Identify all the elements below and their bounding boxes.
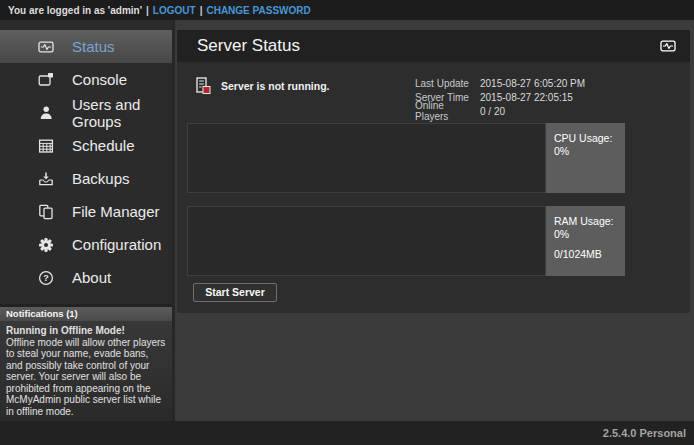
status-graph-icon[interactable] [659,38,677,54]
sidebar-item-schedule[interactable]: Schedule [0,129,172,162]
change-password-link[interactable]: CHANGE PASSWORD [206,5,310,16]
users-icon [36,104,56,121]
sidebar-item-backups[interactable]: Backups [0,162,172,195]
sidebar-item-console[interactable]: Console [0,63,172,96]
notifications-header: Notifications (1) [0,307,172,321]
notification-text: Offline mode will allow other players to… [6,337,166,418]
logged-in-text: You are logged in as 'admin' [8,5,142,16]
status-icon [36,38,56,55]
cpu-usage-label: CPU Usage: [554,132,621,145]
server-status-message: Server is not running. [221,80,330,92]
console-icon [36,71,56,88]
svg-text:?: ? [43,273,49,283]
ram-usage-label-box: RAM Usage: 0% 0/1024MB [546,206,625,276]
card-header: Server Status [177,30,690,62]
ram-usage-detail: 0/1024MB [554,248,621,261]
sidebar-item-label: File Manager [72,203,160,220]
footer-bar: 2.5.4.0 Personal [0,421,694,445]
separator: | [200,5,203,16]
sidebar-item-label: Status [72,38,115,55]
cpu-usage-row: CPU Usage: 0% [187,123,625,193]
sidebar-item-label: About [72,269,111,286]
ram-usage-label: RAM Usage: [554,215,621,228]
notification-title: Running in Offline Mode! [6,325,166,337]
server-status-row: Server is not running. [195,76,330,96]
server-status-card: Server Status Server is not running. Las… [177,30,690,313]
sidebar-item-status[interactable]: Status [0,30,172,63]
info-value: 2015-08-27 6:05:20 PM [480,78,585,89]
sidebar: Status Console Users and Groups Schedule [0,20,175,421]
server-stopped-icon [195,76,212,96]
sidebar-item-users-and-groups[interactable]: Users and Groups [0,96,172,129]
ram-usage-row: RAM Usage: 0% 0/1024MB [187,206,625,276]
info-label: Last Update [415,78,480,89]
sidebar-menu: Status Console Users and Groups Schedule [0,20,172,294]
sidebar-item-file-manager[interactable]: File Manager [0,195,172,228]
backups-icon [36,170,56,187]
file-manager-icon [36,203,56,220]
sidebar-item-label: Users and Groups [72,96,172,130]
version-text: 2.5.4.0 Personal [603,427,686,439]
info-value: 0 / 20 [480,106,505,117]
ram-usage-value: 0% [554,228,621,241]
sidebar-item-configuration[interactable]: Configuration [0,228,172,261]
info-row: Online Players 0 / 20 [415,104,585,118]
info-value: 2015-08-27 22:05:15 [480,92,573,103]
info-row: Last Update 2015-08-27 6:05:20 PM [415,76,585,90]
sidebar-item-label: Backups [72,170,130,187]
cpu-usage-chart [187,123,546,193]
info-label: Online Players [415,100,480,122]
schedule-icon [36,137,56,154]
sidebar-item-label: Configuration [72,236,161,253]
sidebar-item-label: Schedule [72,137,135,154]
page-title: Server Status [197,36,300,56]
sidebar-item-label: Console [72,71,127,88]
gear-icon [36,236,56,253]
logout-link[interactable]: LOGOUT [153,5,196,16]
server-info-block: Last Update 2015-08-27 6:05:20 PM Server… [415,76,585,118]
topbar: You are logged in as 'admin' | LOGOUT | … [0,0,694,20]
cpu-usage-value: 0% [554,145,621,158]
ram-usage-chart [187,206,546,276]
sidebar-item-about[interactable]: ? About [0,261,172,294]
start-server-button[interactable]: Start Server [193,283,277,302]
separator: | [146,5,149,16]
question-icon: ? [36,269,56,286]
notifications-panel: Running in Offline Mode! Offline mode wi… [0,321,172,421]
cpu-usage-label-box: CPU Usage: 0% [546,123,625,193]
